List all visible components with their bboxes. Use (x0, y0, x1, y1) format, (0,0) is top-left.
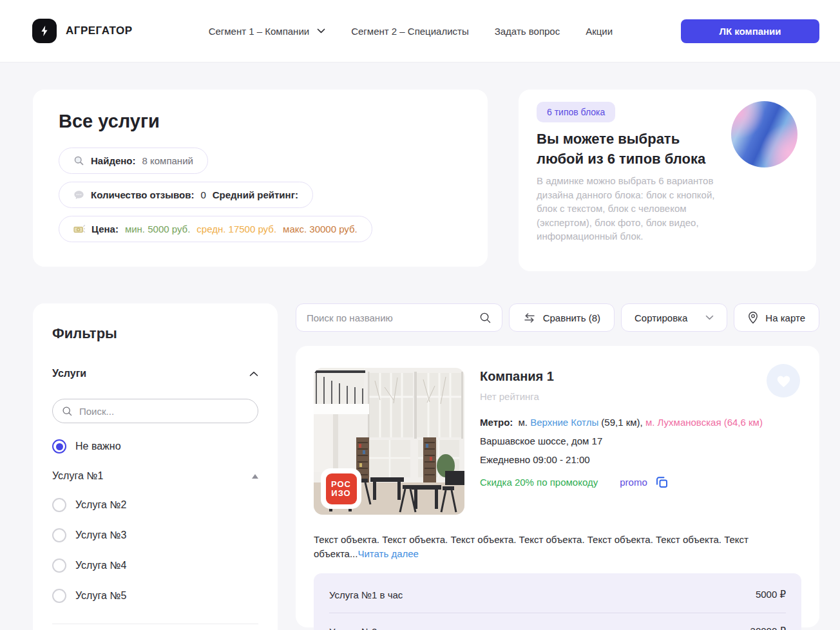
search-icon (62, 406, 73, 417)
radio-option-service4[interactable]: Услуга №4 (52, 558, 258, 573)
sidebar-divider (52, 624, 258, 624)
nav-segment1-label: Сегмент 1 – Компании (209, 26, 310, 37)
radio-option-service2[interactable]: Услуга №2 (52, 498, 258, 512)
nav-segment2-label: Сегмент 2 – Специалисты (351, 26, 469, 37)
favorite-button[interactable] (767, 364, 800, 397)
reviews-label: Количество отзывов: (91, 189, 194, 200)
price-max: макс. 30000 руб. (283, 224, 358, 234)
sort-label: Сортировка (635, 312, 687, 323)
discount-text: Скидка 20% по промокоду (480, 477, 598, 488)
compare-label: Сравнить (8) (543, 312, 600, 323)
filter-search-input[interactable] (79, 406, 249, 417)
filter-search-box[interactable] (52, 399, 258, 423)
radio-any-label: Не важно (75, 441, 121, 452)
metro1-prefix: м. (518, 417, 527, 428)
service3-label: Услуга №3 (75, 530, 126, 541)
search-icon[interactable] (479, 312, 492, 324)
heart-icon (776, 374, 791, 388)
service5-label: Услуга №5 (75, 590, 126, 602)
price-min: мин. 5000 руб. (125, 224, 190, 234)
rating-status: Нет рейтинга (480, 391, 763, 402)
radio-selected-icon[interactable] (52, 439, 66, 453)
nav-ask-question[interactable]: Задать вопрос (495, 26, 560, 37)
radio-option-service5[interactable]: Услуга №5 (52, 589, 258, 603)
radio-icon[interactable] (52, 498, 66, 512)
money-icon (73, 224, 85, 234)
brand-logo[interactable]: АГРЕГАТОР (32, 19, 133, 43)
results-column: Сравнить (8) Сортировка На карте (296, 303, 819, 627)
triangle-up-icon[interactable] (252, 474, 258, 479)
company-card[interactable]: РОС ИЗО Компания 1 Нет рейтинга Метро: м… (296, 346, 819, 627)
chevron-down-icon (705, 315, 714, 320)
copy-icon[interactable] (655, 475, 669, 489)
reviews-stat-pill: Количество отзывов: 0 Средний рейтинг: (59, 182, 313, 208)
service4-label: Услуга №4 (75, 560, 126, 571)
radio-option-any[interactable]: Не важно (52, 439, 258, 453)
name-search-box[interactable] (296, 303, 502, 332)
nav-promotions[interactable]: Акции (586, 26, 613, 37)
price-row: Услуга №1 в час 5000 ₽ (329, 577, 786, 613)
nav-ask-question-label: Задать вопрос (495, 26, 560, 37)
company-description: Текст объекта. Текст объекта. Текст объе… (314, 533, 794, 561)
map-view-button[interactable]: На карте (734, 303, 819, 332)
metro1-link[interactable]: Верхние Котлы (530, 417, 598, 428)
avg-rating-label: Средний рейтинг: (213, 189, 298, 200)
compare-button[interactable]: Сравнить (8) (509, 303, 615, 332)
company-schedule: Ежедневно 09:00 - 21:00 (480, 454, 763, 465)
nav-segment1[interactable]: Сегмент 1 – Компании (209, 26, 326, 37)
company-photo[interactable]: РОС ИЗО (314, 368, 464, 515)
price-row-value: 5000 ₽ (756, 589, 786, 600)
results-toolbar: Сравнить (8) Сортировка На карте (296, 303, 819, 332)
block-types-text: В админке можно выбрать 6 вариантов диза… (537, 174, 723, 243)
top-header: АГРЕГАТОР Сегмент 1 – Компании Сегмент 2… (0, 0, 840, 62)
content-row: Фильтры Услуги Не важно Услуга №1 Услуга… (0, 271, 840, 630)
metro2-link[interactable]: м. Лухмановская (64,6 км) (645, 417, 763, 428)
block-types-title: Вы можете выбрать любой из 6 типов блока (537, 129, 720, 169)
company-logo: РОС ИЗО (321, 468, 361, 509)
found-value: 8 компаний (142, 155, 193, 166)
brand-name: АГРЕГАТОР (66, 24, 133, 37)
radio-icon[interactable] (52, 528, 66, 542)
marble-circle-image (731, 101, 797, 167)
nav-promotions-label: Акции (586, 26, 613, 37)
sort-dropdown[interactable]: Сортировка (621, 303, 727, 332)
page-title: Все услуги (59, 111, 462, 132)
radio-icon[interactable] (52, 558, 66, 573)
filters-panel: Фильтры Услуги Не важно Услуга №1 Услуга… (33, 303, 278, 630)
service-group-1-label: Услуга №1 (52, 470, 103, 482)
price-label: Цена: (91, 224, 119, 234)
radio-option-service3[interactable]: Услуга №3 (52, 528, 258, 542)
metro-label: Метро: (480, 417, 513, 428)
found-stat-pill: Найдено: 8 компаний (59, 148, 208, 174)
reviews-value: 0 (200, 189, 205, 200)
company-name[interactable]: Компания 1 (480, 369, 763, 384)
service-group-1[interactable]: Услуга №1 (52, 470, 258, 482)
price-row-name: Услуга №1 в час (329, 589, 403, 600)
name-search-input[interactable] (307, 312, 473, 323)
radio-icon[interactable] (52, 589, 66, 603)
magnifier-icon (73, 155, 84, 166)
service2-label: Услуга №2 (75, 499, 126, 511)
chevron-up-icon[interactable] (249, 371, 258, 377)
metro-line: Метро: м. Верхние Котлы (59,1 км), м. Лу… (480, 417, 763, 428)
location-pin-icon (748, 311, 758, 324)
metro1-distance: (59,1 км), (601, 417, 642, 428)
services-section-header[interactable]: Услуги (52, 368, 258, 379)
speech-bubble-icon (73, 190, 84, 200)
promo-code[interactable]: promo (620, 477, 647, 488)
found-label: Найдено: (91, 155, 135, 166)
price-row-name: Услуга №2 за месяц (329, 626, 420, 630)
company-account-button[interactable]: ЛК компании (681, 19, 819, 43)
company-address: Варшавское шоссе, дом 17 (480, 435, 763, 446)
logo-text-line2: ИЗО (331, 489, 350, 498)
map-label: На карте (765, 312, 805, 323)
block-types-card: 6 типов блока Вы можете выбрать любой из… (519, 90, 816, 271)
price-row-value: 30000 ₽ (750, 625, 786, 630)
nav-segment2[interactable]: Сегмент 2 – Специалисты (351, 26, 469, 37)
chevron-down-icon (317, 28, 325, 33)
block-types-badge: 6 типов блока (537, 102, 615, 122)
price-avg: средн. 17500 руб. (196, 224, 276, 234)
read-more-link[interactable]: Читать далее (358, 548, 418, 559)
logo-text-line1: РОС (331, 480, 351, 489)
compare-arrows-icon (523, 313, 536, 323)
